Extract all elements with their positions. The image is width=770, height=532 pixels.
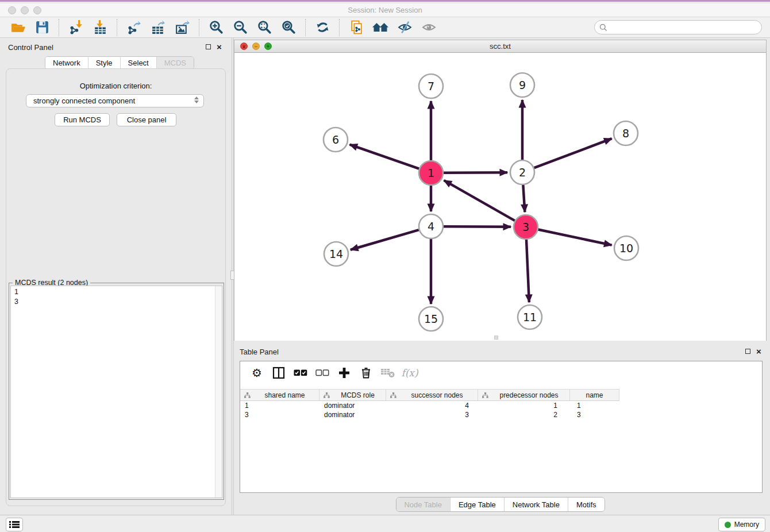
- toolbar-separator: [305, 19, 306, 36]
- tab-motifs[interactable]: Motifs: [568, 498, 605, 511]
- graph-node-label-2: 2: [519, 166, 526, 179]
- column-header-mcds-role[interactable]: MCDS role: [319, 389, 386, 401]
- node-table: ⚙ f(x): [240, 361, 763, 493]
- list-icon: [9, 521, 20, 529]
- graph-edge-2-8[interactable]: [534, 138, 612, 168]
- refresh-icon[interactable]: [314, 19, 331, 36]
- add-column-plus-icon[interactable]: [335, 364, 353, 382]
- graph-edge-2-3[interactable]: [523, 185, 525, 212]
- deselect-all-columns-icon[interactable]: [313, 364, 332, 382]
- cell-successor-nodes[interactable]: 3: [386, 411, 478, 419]
- criterion-select[interactable]: strongly connected component: [26, 94, 204, 107]
- graph-edge-4-14[interactable]: [351, 230, 419, 250]
- close-panel-icon[interactable]: ×: [217, 44, 222, 50]
- task-history-button[interactable]: [6, 518, 23, 531]
- column-settings-gear-icon[interactable]: ⚙: [248, 364, 266, 382]
- table-tabs: Node Table Edge Table Network Table Moti…: [395, 497, 605, 512]
- mcds-result-text: 1 3: [14, 287, 18, 307]
- tab-network-table[interactable]: Network Table: [504, 498, 568, 511]
- tab-node-table[interactable]: Node Table: [396, 498, 450, 511]
- graph-edge-3-1[interactable]: [444, 180, 515, 221]
- graph-edge-3-11[interactable]: [526, 240, 529, 302]
- control-panel: Control Panel × Network Style Select MCD…: [0, 38, 232, 515]
- mcds-panel: Optimization criterion: strongly connect…: [6, 68, 226, 506]
- first-neighbors-icon[interactable]: [372, 19, 389, 36]
- tab-select[interactable]: Select: [120, 57, 156, 69]
- criterion-value: strongly connected component: [33, 97, 135, 105]
- toolbar-separator: [339, 19, 340, 36]
- import-network-icon[interactable]: [67, 19, 84, 36]
- search-icon: [599, 24, 607, 32]
- graph-edge-4-3[interactable]: [444, 226, 511, 227]
- select-all-columns-icon[interactable]: [291, 364, 310, 382]
- cell-predecessor-nodes[interactable]: 1: [478, 402, 570, 410]
- table-row[interactable]: 3 dominator 3 2 3: [240, 410, 762, 419]
- zoom-out-icon[interactable]: [232, 19, 249, 36]
- zoom-selected-icon[interactable]: [280, 19, 297, 36]
- network-window-title: scc.txt: [234, 42, 766, 51]
- graph-node-label-8: 8: [622, 127, 629, 140]
- main-toolbar: [0, 17, 770, 38]
- cell-shared-name[interactable]: 1: [240, 402, 319, 410]
- app-window: Session: New Session: [0, 0, 770, 532]
- close-table-panel-icon[interactable]: ×: [756, 348, 761, 354]
- search-field[interactable]: [594, 20, 762, 34]
- delete-table-icon: [379, 364, 397, 382]
- mcds-result-scrollbar[interactable]: [215, 286, 222, 498]
- export-image-icon[interactable]: [174, 19, 191, 36]
- memory-button[interactable]: Memory: [718, 518, 765, 531]
- save-session-icon[interactable]: [33, 19, 51, 36]
- network-canvas[interactable]: 7968124314101511: [234, 53, 766, 341]
- toolbar-separator: [199, 19, 199, 36]
- control-panel-tabs: Network Style Select MCDS: [45, 56, 194, 70]
- float-table-panel-icon[interactable]: [745, 349, 750, 354]
- zoom-fit-icon[interactable]: [256, 19, 273, 36]
- cell-name[interactable]: 1: [570, 402, 619, 410]
- tab-network[interactable]: Network: [45, 57, 88, 69]
- import-table-icon[interactable]: [91, 19, 109, 36]
- control-panel-title: Control Panel: [8, 43, 53, 52]
- tab-style[interactable]: Style: [88, 57, 120, 69]
- graph-edge-1-6[interactable]: [350, 145, 419, 169]
- hide-selected-eye-slash-icon[interactable]: [396, 19, 413, 36]
- delete-column-trash-icon[interactable]: [357, 364, 375, 382]
- cell-mcds-role[interactable]: dominator: [319, 411, 386, 419]
- canvas-resize-handle[interactable]: [494, 336, 498, 340]
- export-network-icon[interactable]: [125, 19, 143, 36]
- table-header-row: shared name MCDS role successor nodes pr…: [240, 389, 619, 401]
- zoom-in-icon[interactable]: [207, 19, 225, 36]
- graph-node-label-11: 11: [523, 311, 537, 323]
- column-type-icon: [482, 392, 488, 398]
- optimization-criterion-label: Optimization criterion:: [6, 82, 225, 90]
- float-panel-icon[interactable]: [206, 44, 211, 49]
- cell-successor-nodes[interactable]: 4: [386, 402, 478, 410]
- export-table-icon[interactable]: [149, 19, 167, 36]
- toolbar-separator: [59, 19, 59, 36]
- memory-status-icon: [725, 522, 731, 528]
- close-panel-button[interactable]: Close panel: [117, 113, 176, 126]
- column-header-name[interactable]: name: [570, 389, 619, 401]
- mcds-result-textarea[interactable]: 1 3: [10, 286, 222, 498]
- column-header-predecessor-nodes[interactable]: predecessor nodes: [478, 389, 570, 401]
- network-window-titlebar[interactable]: x − + scc.txt: [234, 40, 766, 53]
- cell-predecessor-nodes[interactable]: 2: [478, 411, 570, 419]
- memory-label: Memory: [734, 521, 759, 529]
- graph-edge-3-10[interactable]: [538, 230, 612, 245]
- graph-edge-1-2[interactable]: [444, 172, 507, 173]
- open-session-icon[interactable]: [9, 19, 26, 36]
- graph-node-label-9: 9: [519, 79, 526, 91]
- new-network-from-selection-icon[interactable]: [348, 19, 365, 36]
- tab-mcds[interactable]: MCDS: [156, 57, 194, 69]
- window-title: Session: New Session: [0, 6, 770, 14]
- show-all-eye-icon[interactable]: [420, 19, 437, 36]
- cell-shared-name[interactable]: 3: [240, 411, 319, 419]
- split-panel-icon[interactable]: [270, 364, 288, 382]
- column-header-shared-name[interactable]: shared name: [240, 389, 319, 401]
- search-input[interactable]: [610, 24, 757, 32]
- table-row[interactable]: 1 dominator 4 1 1: [240, 401, 762, 410]
- column-header-successor-nodes[interactable]: successor nodes: [386, 389, 478, 401]
- cell-name[interactable]: 3: [570, 411, 619, 419]
- tab-edge-table[interactable]: Edge Table: [450, 498, 504, 511]
- run-mcds-button[interactable]: Run MCDS: [55, 113, 110, 126]
- cell-mcds-role[interactable]: dominator: [319, 402, 386, 410]
